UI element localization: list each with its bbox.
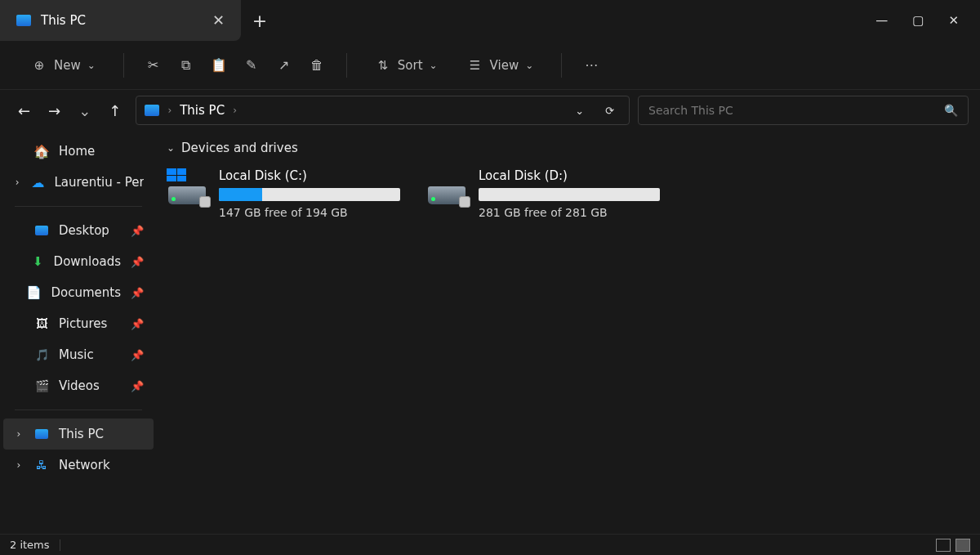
- sidebar-item-home[interactable]: Home: [3, 136, 154, 167]
- content-area: ⌄ Devices and drives Local Disk (C:)147 …: [157, 131, 980, 534]
- chevron-down-icon: ⌄: [525, 60, 533, 71]
- picture-icon: [34, 316, 49, 331]
- window-caption-buttons: — ▢ ✕: [854, 0, 980, 41]
- sidebar-item-label: Videos: [59, 378, 100, 393]
- search-input[interactable]: [648, 104, 944, 117]
- sidebar-item-label: Downloads: [54, 254, 121, 269]
- layout-toggle: [936, 539, 970, 552]
- more-icon[interactable]: ⋯: [583, 57, 599, 74]
- cut-icon[interactable]: ✂: [145, 57, 162, 74]
- close-window-button[interactable]: ✕: [948, 13, 959, 28]
- chevron-right-icon[interactable]: ›: [13, 428, 24, 440]
- sidebar-item-label: Pictures: [59, 316, 107, 331]
- sidebar-item-network[interactable]: › Network: [3, 450, 154, 481]
- share-icon[interactable]: ↗: [276, 57, 292, 74]
- new-button[interactable]: ⊕ New ⌄: [24, 52, 102, 78]
- sidebar-item-label: Documents: [51, 285, 121, 300]
- chevron-down-icon: ⌄: [87, 60, 96, 71]
- pin-icon[interactable]: 📌: [131, 256, 144, 268]
- monitor-icon: [145, 105, 159, 116]
- drive-usage-bar: [479, 188, 660, 201]
- maximize-button[interactable]: ▢: [912, 13, 924, 28]
- history-dropdown-icon[interactable]: ⌄: [78, 102, 91, 119]
- copy-icon[interactable]: ⧉: [178, 57, 194, 74]
- download-icon: [32, 254, 43, 269]
- drive-name: Local Disk (D:): [479, 168, 665, 183]
- chevron-down-icon: ⌄: [167, 142, 175, 154]
- minimize-button[interactable]: —: [875, 13, 888, 28]
- chevron-down-icon: ⌄: [430, 60, 438, 71]
- cloud-icon: [32, 175, 45, 190]
- up-button[interactable]: ↑: [109, 102, 121, 119]
- lock-icon: [459, 196, 470, 208]
- drive-item[interactable]: Local Disk (D:)281 GB free of 281 GB: [423, 163, 668, 222]
- titlebar: This PC ✕ + — ▢ ✕: [0, 0, 980, 41]
- view-label: View: [490, 58, 519, 73]
- refresh-icon[interactable]: ⟳: [599, 105, 621, 117]
- music-icon: [34, 347, 49, 362]
- sort-button[interactable]: ⇅ Sort ⌄: [368, 52, 444, 78]
- search-box[interactable]: 🔍: [638, 96, 969, 125]
- monitor-icon: [34, 427, 49, 441]
- monitor-icon: [16, 15, 31, 26]
- view-button[interactable]: ☰ View ⌄: [461, 52, 541, 78]
- sidebar: Home › Laurentiu - Persona Desktop 📌 Dow…: [0, 131, 157, 534]
- document-icon: [26, 285, 41, 300]
- address-dropdown-icon[interactable]: ⌄: [568, 105, 590, 117]
- home-icon: [34, 144, 49, 159]
- drive-item[interactable]: Local Disk (C:)147 GB free of 194 GB: [163, 163, 408, 222]
- drive-subtext: 147 GB free of 194 GB: [219, 206, 405, 219]
- drives-list: Local Disk (C:)147 GB free of 194 GBLoca…: [163, 163, 973, 222]
- back-button[interactable]: ←: [18, 102, 30, 119]
- chevron-right-icon[interactable]: ›: [13, 459, 24, 471]
- sidebar-item-desktop[interactable]: Desktop 📌: [3, 215, 154, 246]
- tab-title: This PC: [41, 13, 203, 28]
- pin-icon[interactable]: 📌: [131, 225, 144, 237]
- sort-icon: ⇅: [375, 57, 391, 74]
- sidebar-item-onedrive[interactable]: › Laurentiu - Persona: [3, 167, 154, 198]
- chevron-right-icon[interactable]: ›: [13, 177, 22, 188]
- new-label: New: [54, 58, 81, 73]
- sidebar-item-this-pc[interactable]: › This PC: [3, 418, 154, 450]
- section-header[interactable]: ⌄ Devices and drives: [163, 141, 973, 155]
- network-icon: [34, 458, 49, 472]
- sidebar-item-downloads[interactable]: Downloads 📌: [3, 246, 154, 277]
- view-icon: ☰: [467, 57, 483, 74]
- delete-icon[interactable]: 🗑: [309, 57, 325, 74]
- drive-icon: [426, 167, 469, 209]
- status-bar: 2 items: [0, 534, 980, 555]
- plus-circle-icon: ⊕: [31, 57, 47, 74]
- sidebar-item-music[interactable]: Music 📌: [3, 339, 154, 370]
- video-icon: [34, 378, 49, 393]
- address-bar[interactable]: › This PC › ⌄ ⟳: [136, 96, 630, 125]
- sidebar-item-label: This PC: [59, 427, 104, 441]
- sidebar-item-documents[interactable]: Documents 📌: [3, 277, 154, 308]
- section-title: Devices and drives: [181, 141, 298, 155]
- search-icon[interactable]: 🔍: [944, 104, 958, 117]
- close-tab-icon[interactable]: ✕: [212, 13, 225, 28]
- status-text: 2 items: [10, 539, 50, 551]
- pin-icon[interactable]: 📌: [131, 287, 144, 299]
- forward-button[interactable]: →: [48, 102, 60, 119]
- pin-icon[interactable]: 📌: [131, 380, 144, 392]
- nav-row: ← → ⌄ ↑ › This PC › ⌄ ⟳ 🔍: [0, 90, 980, 131]
- toolbar: ⊕ New ⌄ ✂ ⧉ 📋 ✎ ↗ 🗑 ⇅ Sort ⌄ ☰ View ⌄ ⋯: [0, 41, 980, 90]
- tab-this-pc[interactable]: This PC ✕: [0, 0, 241, 41]
- pin-icon[interactable]: 📌: [131, 349, 144, 361]
- tiles-view-icon[interactable]: [956, 539, 970, 552]
- sort-label: Sort: [398, 58, 423, 73]
- sidebar-item-label: Home: [59, 144, 95, 159]
- drive-icon: [167, 167, 209, 209]
- breadcrumb[interactable]: This PC: [180, 103, 225, 118]
- new-tab-button[interactable]: +: [241, 0, 278, 41]
- pin-icon[interactable]: 📌: [131, 318, 144, 330]
- chevron-right-icon: ›: [233, 105, 237, 116]
- sidebar-item-videos[interactable]: Videos 📌: [3, 370, 154, 401]
- details-view-icon[interactable]: [936, 539, 951, 552]
- drive-subtext: 281 GB free of 281 GB: [479, 206, 665, 219]
- sidebar-item-label: Laurentiu - Persona: [55, 175, 144, 190]
- chevron-right-icon: ›: [167, 105, 172, 116]
- rename-icon[interactable]: ✎: [243, 57, 260, 74]
- sidebar-item-pictures[interactable]: Pictures 📌: [3, 308, 154, 339]
- paste-icon[interactable]: 📋: [211, 57, 227, 74]
